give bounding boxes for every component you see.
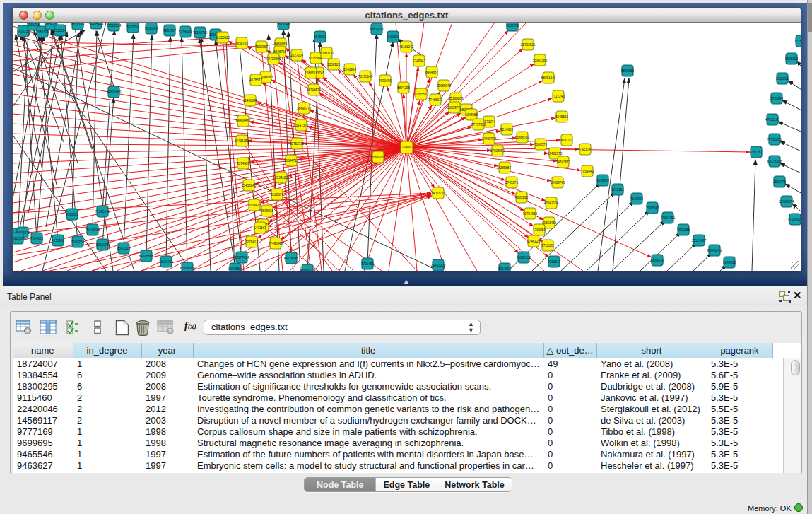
svg-text:11436349: 11436349 [243, 99, 258, 103]
svg-text:5238849: 5238849 [179, 30, 192, 34]
svg-text:97277434: 97277434 [235, 256, 249, 259]
svg-text:7193990: 7193990 [630, 197, 643, 201]
svg-text:8991183: 8991183 [677, 228, 690, 232]
svg-text:50344713: 50344713 [284, 159, 299, 163]
svg-text:75787133: 75787133 [794, 40, 801, 43]
svg-text:4248086: 4248086 [465, 113, 478, 117]
svg-text:6009788: 6009788 [596, 179, 609, 182]
svg-text:77468071: 77468071 [428, 98, 443, 102]
svg-text:46183242: 46183242 [399, 45, 414, 49]
svg-text:2746120: 2746120 [527, 240, 540, 243]
svg-text:86320163: 86320163 [517, 256, 531, 259]
svg-text:97234309: 97234309 [788, 218, 801, 221]
svg-text:7360576: 7360576 [534, 143, 547, 146]
svg-text:4990490: 4990490 [379, 79, 392, 83]
svg-text:63147379: 63147379 [294, 124, 309, 127]
svg-text:4685160: 4685160 [515, 196, 528, 199]
svg-text:4678377: 4678377 [249, 78, 262, 82]
svg-text:11429401: 11429401 [159, 260, 174, 264]
svg-text:5738299: 5738299 [770, 97, 783, 100]
svg-text:4953767: 4953767 [163, 29, 176, 33]
svg-text:91754965: 91754965 [523, 212, 538, 216]
svg-text:75648236: 75648236 [86, 228, 100, 232]
svg-text:5060883: 5060883 [66, 213, 78, 216]
svg-text:4709859: 4709859 [533, 228, 546, 232]
svg-text:74743671: 74743671 [556, 160, 571, 164]
svg-text:28702621: 28702621 [521, 43, 536, 47]
svg-text:4158692: 4158692 [52, 239, 64, 243]
svg-text:39946804: 39946804 [228, 267, 243, 271]
svg-text:8464887: 8464887 [425, 71, 438, 74]
svg-text:37028951: 37028951 [490, 149, 505, 153]
svg-text:1586518: 1586518 [305, 71, 317, 75]
svg-text:4374989: 4374989 [237, 162, 249, 165]
svg-text:6045562: 6045562 [555, 115, 568, 119]
svg-text:44714345: 44714345 [284, 257, 299, 260]
svg-text:4387262: 4387262 [750, 151, 763, 154]
svg-text:90841241: 90841241 [707, 249, 722, 252]
svg-text:23435240: 23435240 [242, 184, 257, 187]
svg-text:3260256: 3260256 [71, 240, 84, 244]
svg-text:23433200: 23433200 [431, 264, 446, 267]
svg-text:27080531: 27080531 [319, 52, 334, 55]
svg-text:6430391: 6430391 [387, 35, 399, 39]
svg-text:1433218: 1433218 [17, 30, 30, 33]
svg-text:72729806: 72729806 [266, 57, 281, 61]
svg-text:77010651: 77010651 [767, 138, 782, 141]
svg-text:12606474: 12606474 [779, 200, 794, 204]
svg-text:8182278: 8182278 [506, 24, 519, 28]
svg-text:7690967: 7690967 [255, 45, 268, 49]
svg-text:83178108: 83178108 [767, 160, 782, 163]
svg-text:38498776: 38498776 [297, 107, 312, 110]
svg-text:29065940: 29065940 [437, 84, 452, 88]
svg-text:65886753: 65886753 [515, 136, 530, 139]
svg-text:74053773: 74053773 [431, 192, 446, 195]
svg-text:3832764: 3832764 [126, 25, 139, 29]
svg-text:55961586: 55961586 [533, 59, 548, 62]
svg-text:1471167: 1471167 [254, 226, 266, 230]
svg-text:5896383: 5896383 [621, 69, 634, 73]
svg-text:8543303: 8543303 [117, 247, 130, 250]
svg-text:75328710: 75328710 [193, 31, 208, 35]
svg-text:1330923: 1330923 [327, 63, 340, 66]
svg-text:57525534: 57525534 [107, 24, 122, 28]
svg-text:65698169: 65698169 [180, 267, 195, 270]
svg-text:8816184: 8816184 [71, 23, 84, 26]
svg-text:6030564: 6030564 [145, 27, 158, 30]
svg-text:1249947: 1249947 [413, 59, 425, 63]
svg-text:90112805: 90112805 [13, 237, 25, 240]
svg-text:8889579: 8889579 [651, 259, 664, 262]
svg-text:2326773: 2326773 [773, 180, 786, 184]
svg-text:5627048: 5627048 [277, 23, 290, 26]
svg-text:2031051: 2031051 [776, 77, 789, 81]
svg-text:8917693: 8917693 [498, 267, 511, 271]
svg-text:38809570: 38809570 [370, 28, 384, 31]
svg-text:41034131: 41034131 [89, 23, 104, 25]
svg-text:55168087: 55168087 [449, 97, 464, 100]
svg-text:87496499: 87496499 [269, 242, 283, 245]
svg-text:47631165: 47631165 [765, 118, 780, 122]
svg-text:54431351: 54431351 [235, 139, 249, 143]
svg-text:4285884: 4285884 [498, 166, 511, 170]
svg-text:64145868: 64145868 [139, 255, 154, 258]
svg-text:9721489: 9721489 [361, 262, 374, 266]
svg-text:17482175: 17482175 [548, 152, 563, 156]
svg-text:2627204: 2627204 [290, 54, 303, 57]
svg-text:35135427: 35135427 [692, 239, 707, 243]
svg-text:14499727: 14499727 [482, 137, 497, 141]
svg-text:9244935: 9244935 [723, 261, 736, 264]
svg-text:94801845: 94801845 [107, 90, 122, 94]
svg-text:2241904: 2241904 [343, 68, 356, 71]
svg-text:5216073: 5216073 [96, 243, 109, 247]
svg-text:2615594: 2615594 [54, 29, 66, 33]
svg-text:6098393: 6098393 [785, 57, 798, 61]
svg-text:7204505: 7204505 [30, 237, 43, 240]
svg-text:8874296: 8874296 [397, 86, 410, 90]
svg-text:91223623: 91223623 [216, 36, 230, 40]
svg-text:9699938: 9699938 [261, 209, 273, 213]
svg-text:6466889: 6466889 [274, 42, 287, 46]
svg-text:60752735: 60752735 [290, 142, 305, 146]
svg-text:1812191: 1812191 [611, 188, 624, 192]
svg-text:7117240: 7117240 [552, 95, 565, 98]
svg-text:43942104: 43942104 [544, 201, 559, 205]
